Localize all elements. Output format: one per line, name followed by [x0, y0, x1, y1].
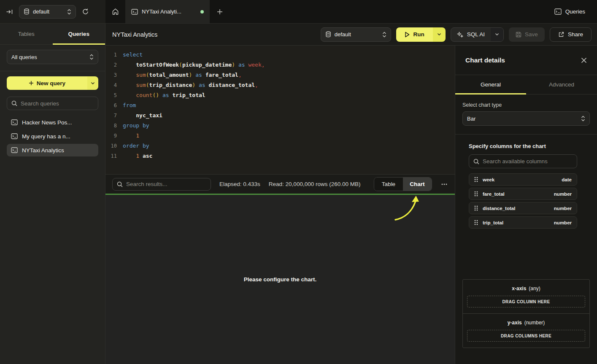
sql-ai-dropdown[interactable] — [491, 28, 503, 41]
query-workspace: 1 select 2 toStartOfWeek(pickup_datetime… — [105, 46, 455, 364]
x-axis-drop-zone[interactable]: DRAG COLUMN HERE — [467, 296, 585, 307]
columns-search-input[interactable] — [483, 158, 573, 164]
chart-type-label: Select chart type — [462, 102, 590, 108]
collapse-sidebar-icon[interactable] — [6, 8, 13, 15]
query-search-input[interactable] — [21, 100, 94, 107]
tab-advanced[interactable]: Advanced — [526, 75, 597, 94]
new-query-button[interactable]: New query — [7, 76, 98, 90]
query-tab[interactable]: NYTaxi Analyti... — [125, 0, 210, 23]
code-line: 7 nyc_taxi — [105, 111, 455, 121]
code-line: 3 sum(total_amount) as fare_total, — [105, 70, 455, 80]
y-axis-drop-zone[interactable]: DRAG COLUMNS HERE — [467, 330, 585, 342]
database-selector-value: default — [33, 8, 64, 15]
line-number: 5 — [105, 90, 117, 100]
drag-handle-icon[interactable] — [474, 220, 478, 225]
top-bar-left: default — [0, 0, 105, 23]
line-number: 1 — [105, 50, 117, 60]
chevron-updown-icon — [581, 116, 585, 121]
columns-search — [469, 154, 577, 168]
share-button[interactable]: Share — [550, 27, 592, 42]
drag-handle-icon[interactable] — [474, 177, 478, 182]
code-text: count() as trip_total — [117, 90, 205, 100]
search-icon — [473, 159, 479, 164]
table-view-tab[interactable]: Table — [374, 178, 403, 191]
query-filter-selector[interactable]: All queries — [7, 50, 98, 64]
chevron-updown-icon — [67, 9, 71, 15]
queries-label: Queries — [565, 8, 585, 15]
tab-tables[interactable]: Tables — [0, 24, 53, 44]
run-database-selector[interactable]: default — [321, 27, 391, 42]
query-list-item-selected[interactable]: NYTaxi Analytics — [7, 144, 98, 156]
tab-title: NYTaxi Analyti... — [142, 8, 181, 15]
chart-view-tab[interactable]: Chart — [403, 178, 432, 191]
code-line: 1 select — [105, 50, 455, 60]
query-search — [7, 97, 98, 110]
line-number: 10 — [105, 141, 117, 151]
save-button[interactable]: Save — [509, 27, 545, 42]
code-line: 11 1 asc — [105, 151, 455, 161]
query-list-item[interactable]: Hacker News Pos... — [7, 116, 98, 129]
y-axis-title: y-axis(number) — [467, 320, 585, 326]
column-name: week — [483, 177, 494, 182]
code-line: 6 from — [105, 100, 455, 111]
save-label: Save — [525, 31, 538, 38]
new-query-main[interactable]: New query — [7, 76, 87, 90]
drag-handle-icon[interactable] — [474, 205, 478, 211]
tab-queries[interactable]: Queries — [53, 24, 105, 44]
x-axis-label: x-axis — [512, 286, 526, 291]
column-type: number — [554, 220, 572, 225]
main-region: NYTaxi Analytics default Run — [105, 24, 597, 364]
code-text: sum(total_amount) as fare_total, — [117, 70, 242, 80]
unsaved-changes-dot — [200, 10, 204, 13]
code-text: 1 asc — [117, 151, 152, 161]
terminal-icon — [131, 9, 138, 15]
tab-general[interactable]: General — [455, 75, 526, 94]
code-line: 5 count() as trip_total — [105, 90, 455, 100]
chart-type-value: Bar — [467, 116, 578, 122]
column-item[interactable]: trip_total number — [469, 216, 577, 229]
run-button[interactable]: Run — [396, 27, 446, 42]
column-type: number — [554, 206, 572, 211]
run-button-main[interactable]: Run — [396, 27, 433, 42]
code-line: 8 group by — [105, 121, 455, 131]
query-list-item[interactable]: My query has a n... — [7, 130, 98, 143]
drag-handle-icon[interactable] — [474, 191, 478, 197]
share-label: Share — [568, 31, 583, 38]
divider — [455, 134, 597, 135]
sql-ai-button[interactable]: SQL AI — [451, 27, 504, 42]
sql-ai-label: SQL AI — [467, 31, 485, 38]
results-search-input[interactable] — [126, 181, 206, 187]
database-icon — [24, 8, 30, 15]
close-icon[interactable] — [581, 57, 587, 63]
line-number: 2 — [105, 60, 117, 70]
column-item[interactable]: week date — [469, 173, 577, 186]
sql-ai-main[interactable]: SQL AI — [451, 28, 491, 41]
page-title: NYTaxi Analytics — [112, 31, 157, 38]
refresh-icon[interactable] — [82, 8, 89, 15]
view-toggle: Table Chart — [374, 177, 432, 191]
line-number: 9 — [105, 131, 117, 141]
sidebar-queries-section: New query Hacker News Pos... — [0, 71, 105, 162]
home-button[interactable] — [105, 0, 125, 23]
sql-editor[interactable]: 1 select 2 toStartOfWeek(pickup_datetime… — [105, 46, 455, 174]
app-body: Tables Queries All queries New query — [0, 24, 597, 364]
chart-type-selector[interactable]: Bar — [462, 111, 590, 126]
panel-header: Chart details — [455, 46, 597, 75]
run-dropdown[interactable] — [433, 27, 446, 42]
sparkle-icon — [457, 31, 463, 38]
plus-icon — [29, 81, 34, 86]
column-item[interactable]: distance_total number — [469, 202, 577, 214]
column-item[interactable]: fare_total number — [469, 188, 577, 200]
more-options-icon[interactable] — [440, 183, 448, 185]
editor-header: NYTaxi Analytics default Run — [105, 24, 597, 46]
queries-icon — [554, 8, 562, 15]
new-query-dropdown[interactable] — [87, 76, 98, 90]
new-tab-button[interactable] — [210, 0, 230, 23]
line-number: 7 — [105, 111, 117, 121]
query-item-label: Hacker News Pos... — [22, 119, 72, 126]
code-text: sum(trip_distance) as distance_total, — [117, 80, 258, 90]
play-icon — [405, 32, 410, 38]
queries-menu-button[interactable]: Queries — [543, 0, 597, 23]
terminal-icon — [11, 133, 18, 139]
database-selector[interactable]: default — [19, 5, 76, 19]
